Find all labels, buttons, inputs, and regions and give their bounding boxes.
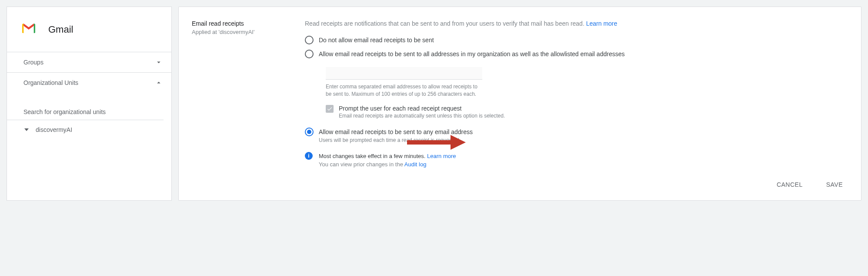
setting-description: Read receipts are notifications that can… [305, 20, 831, 27]
info-icon: i [305, 152, 313, 160]
setting-applied-at: Applied at 'discovermyAI' [192, 29, 305, 35]
footer-buttons: CANCEL SAVE [179, 169, 861, 200]
allowlist-subsection: Enter comma separated email addresses to… [326, 67, 831, 119]
radio-label-1: Do not allow email read receipts to be s… [319, 36, 434, 44]
prompt-checkbox-row[interactable]: Prompt the user for each read receipt re… [326, 105, 831, 119]
description-text: Read receipts are notifications that can… [305, 20, 584, 27]
radio-icon [305, 50, 314, 58]
setting-title: Email read receipts [192, 20, 305, 27]
sidebar-section-org-units[interactable]: Organizational Units [7, 73, 171, 93]
expand-triangle-icon [24, 128, 29, 131]
org-tree-item[interactable]: discovermyAI [7, 120, 171, 139]
info-section: i Most changes take effect in a few minu… [305, 152, 831, 169]
learn-more-link[interactable]: Learn more [586, 20, 618, 27]
allowlist-helper: Enter comma separated email addresses to… [326, 83, 482, 98]
sidebar-section-groups[interactable]: Groups [7, 52, 171, 73]
groups-label: Groups [23, 59, 43, 66]
checkbox-icon [326, 105, 334, 113]
org-search-input[interactable]: Search for organizational units [7, 104, 164, 120]
cancel-button[interactable]: CANCEL [771, 178, 808, 192]
audit-log-link[interactable]: Audit log [404, 161, 427, 168]
info-learn-more-link[interactable]: Learn more [427, 153, 456, 159]
sidebar-title: Gmail [48, 24, 73, 35]
radio-sub-3: Users will be prompted each time a read … [319, 137, 473, 143]
radio-label-2: Allow email read receipts to be sent to … [319, 50, 624, 58]
chevron-up-icon [155, 79, 163, 87]
org-name: discovermyAI [36, 126, 72, 133]
save-button[interactable]: SAVE [821, 178, 848, 192]
prompt-checkbox-label: Prompt the user for each read receipt re… [339, 105, 505, 112]
info-line2-text: You can view prior changes in the [319, 161, 404, 168]
radio-label-3: Allow email read receipts to be sent to … [319, 128, 473, 136]
radio-option-any-address[interactable]: Allow email read receipts to be sent to … [305, 128, 831, 143]
org-units-label: Organizational Units [23, 79, 78, 86]
prompt-checkbox-sub: Email read receipts are automatically se… [339, 113, 505, 119]
allowlist-email-input[interactable] [326, 67, 482, 80]
radio-option-org-allowlist[interactable]: Allow email read receipts to be sent to … [305, 50, 831, 58]
settings-panel: Email read receipts Applied at 'discover… [178, 7, 861, 201]
radio-icon-selected [305, 128, 314, 136]
info-line1-text: Most changes take effect in a few minute… [319, 153, 427, 159]
sidebar: Gmail Groups Organizational Units Search… [7, 7, 172, 201]
radio-icon [305, 36, 314, 44]
radio-option-disallow[interactable]: Do not allow email read receipts to be s… [305, 36, 831, 44]
gmail-icon [20, 20, 48, 39]
sidebar-header: Gmail [7, 7, 171, 52]
chevron-down-icon [155, 58, 163, 66]
